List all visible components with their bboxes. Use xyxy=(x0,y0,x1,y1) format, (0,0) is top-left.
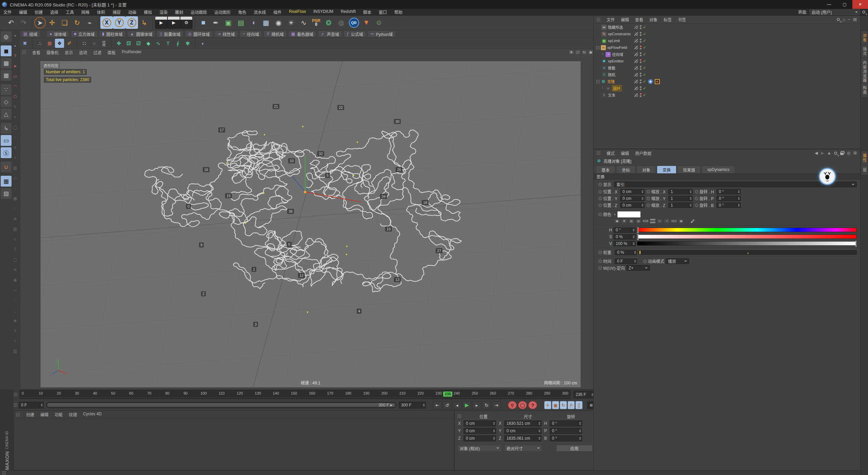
coords-mode-select[interactable]: 对象 (相对) xyxy=(457,445,501,452)
object-row-随机[interactable]: ⠿随机✓ xyxy=(594,71,860,78)
frame-range-scrollbar[interactable]: 300 F▶ xyxy=(46,402,396,408)
y-axis-lock[interactable]: Y xyxy=(113,16,125,29)
transform-field[interactable]: 1 xyxy=(668,196,693,201)
tweak-tool[interactable]: ⌁ xyxy=(83,16,96,29)
dock2-icon-28[interactable]: ◈ xyxy=(11,316,19,325)
expander-icon[interactable]: − xyxy=(596,46,599,49)
coord-field-Z2[interactable]: 1635.061 cm xyxy=(504,435,541,441)
object-menu-查看[interactable]: 查看 xyxy=(635,17,643,22)
dock2-icon-15[interactable]: ⋮ xyxy=(11,184,19,192)
anim-dot[interactable] xyxy=(598,190,602,193)
anim-dot[interactable] xyxy=(647,204,650,207)
array-generator-menu[interactable]: ▤ xyxy=(235,16,247,29)
field-button-立方体域[interactable]: ■立方体域 xyxy=(71,31,98,37)
enabled-check[interactable]: ✓ xyxy=(643,45,646,50)
key-scale-toggle[interactable]: ▣ xyxy=(552,401,559,409)
dock2-icon-17[interactable]: ◌ xyxy=(11,204,19,213)
tab-效果器[interactable]: 效果器 xyxy=(677,166,701,173)
cloner-icon[interactable]: ❖ xyxy=(55,39,64,48)
spinner[interactable] xyxy=(578,421,582,426)
menu-item-捕捉[interactable]: 捕捉 xyxy=(113,9,121,15)
enabled-check[interactable]: ✓ xyxy=(643,72,646,77)
dock2-icon-29[interactable]: ≡ xyxy=(11,326,19,335)
transform-field[interactable]: 0 ° xyxy=(716,196,741,201)
spinner[interactable] xyxy=(737,189,741,194)
render-settings-button[interactable]: ⚙ xyxy=(180,16,193,29)
saturation-slider[interactable] xyxy=(637,234,857,239)
move-tool[interactable]: ✛ xyxy=(46,16,58,29)
viewport-corner-icon-2[interactable]: ↻ xyxy=(581,50,587,55)
dock2-icon-6[interactable]: ⬠ xyxy=(11,92,19,101)
effector-icon[interactable]: ✥ xyxy=(114,39,123,48)
visibility-dots[interactable] xyxy=(640,93,642,97)
visibility-dots[interactable] xyxy=(640,45,642,50)
material-menu-创建[interactable]: 创建 xyxy=(26,412,34,417)
visibility-dots[interactable] xyxy=(640,39,642,43)
undo-button[interactable]: ↶ xyxy=(5,16,17,29)
key-position-toggle[interactable]: ✛ xyxy=(544,401,551,409)
spinner[interactable] xyxy=(537,436,541,441)
menu-item-脚本[interactable]: 脚本 xyxy=(363,9,371,15)
viewport-corner-icon-3[interactable]: ▣ xyxy=(588,50,593,55)
spinner[interactable] xyxy=(578,436,582,441)
tab-坐标[interactable]: 坐标 xyxy=(616,166,636,173)
object-row-xpConstraints[interactable]: ✎xpConstraints✓ xyxy=(594,31,860,37)
object-menu-书签[interactable]: 书签 xyxy=(678,17,686,22)
field-button-着色器域[interactable]: ▦着色器域 xyxy=(288,31,316,37)
dock2-icon-25[interactable]: ▱ xyxy=(11,286,19,294)
spinner[interactable] xyxy=(689,203,692,208)
color-swatch[interactable] xyxy=(617,211,641,218)
field-button-公式域[interactable]: ƒ公式域 xyxy=(343,31,366,37)
object-row-推散[interactable]: ✳推散✓ xyxy=(594,64,860,71)
dock2-icon-21[interactable]: ⠿ xyxy=(11,245,19,253)
play-button[interactable]: ▶ xyxy=(462,401,471,409)
viewport-corner-icon-0[interactable]: ✥ xyxy=(569,50,574,55)
playhead[interactable]: 235 xyxy=(443,392,452,397)
object-toggles[interactable]: ✓ xyxy=(634,52,646,57)
spline-pen-menu[interactable]: ✒ xyxy=(210,16,222,29)
enabled-check[interactable]: ✓ xyxy=(643,65,646,70)
layer-icon[interactable] xyxy=(634,39,638,43)
expander-icon[interactable]: − xyxy=(596,80,599,83)
minimize-button[interactable]: — xyxy=(821,0,837,9)
time-field[interactable]: 0 F xyxy=(615,259,637,264)
viewport-menu-面板[interactable]: 面板 xyxy=(107,50,116,55)
search-icon[interactable] xyxy=(862,11,865,14)
transform-field[interactable]: 0 cm xyxy=(620,203,645,208)
hue-field[interactable]: 0 ° xyxy=(613,227,636,233)
spinner[interactable] xyxy=(689,196,692,201)
layer-icon[interactable] xyxy=(634,73,638,77)
spinner[interactable] xyxy=(492,428,496,434)
attribute-grip[interactable] xyxy=(596,151,600,155)
magnet-tool[interactable]: ∪ xyxy=(1,162,12,172)
layer-icon[interactable] xyxy=(634,66,638,70)
visibility-dots[interactable] xyxy=(640,66,642,70)
dock2-icon-13[interactable]: ▤ xyxy=(11,164,19,172)
viewport-menu-显示[interactable]: 显示 xyxy=(65,50,73,55)
value-field[interactable]: 100 % xyxy=(613,241,636,246)
coordinate-system[interactable]: ↳ xyxy=(138,16,151,29)
dock2-icon-14[interactable]: ◇ xyxy=(11,174,19,182)
dock2-icon-30[interactable]: ⚬ xyxy=(11,337,19,345)
attribute-menu-模式[interactable]: 模式 xyxy=(607,150,615,156)
lock-workplane[interactable]: ▦ xyxy=(1,176,12,187)
viewport-menu-过滤[interactable]: 过滤 xyxy=(93,50,101,55)
object-menu-标签[interactable]: 标签 xyxy=(664,17,672,22)
coord-field-X0[interactable]: 1630.521 cm xyxy=(504,420,541,426)
field-button-圆环体域[interactable]: ◎圆环体域 xyxy=(185,31,213,37)
anim-mode-select[interactable]: 播放 xyxy=(666,258,689,264)
display-select[interactable]: 索引 xyxy=(614,182,857,187)
object-tags[interactable] xyxy=(648,79,660,84)
edges-mode[interactable]: ◇ xyxy=(1,96,12,107)
visibility-dots[interactable] xyxy=(640,86,642,90)
viewport-menu-选项[interactable]: 选项 xyxy=(79,50,87,55)
visibility-dots[interactable] xyxy=(640,73,642,77)
tab-xpDynamics[interactable]: xpDynamics xyxy=(702,166,735,173)
enabled-check[interactable]: ✓ xyxy=(643,32,646,36)
spinner[interactable] xyxy=(737,196,741,201)
field-button-径向域[interactable]: ◔径向域 xyxy=(239,31,262,37)
parent-icon[interactable]: ▲ xyxy=(827,151,831,155)
menu-item-动画[interactable]: 动画 xyxy=(128,9,136,15)
side-tab-场次[interactable]: 场次 xyxy=(861,44,868,59)
rotate-workplane[interactable]: ▧ xyxy=(1,188,12,199)
